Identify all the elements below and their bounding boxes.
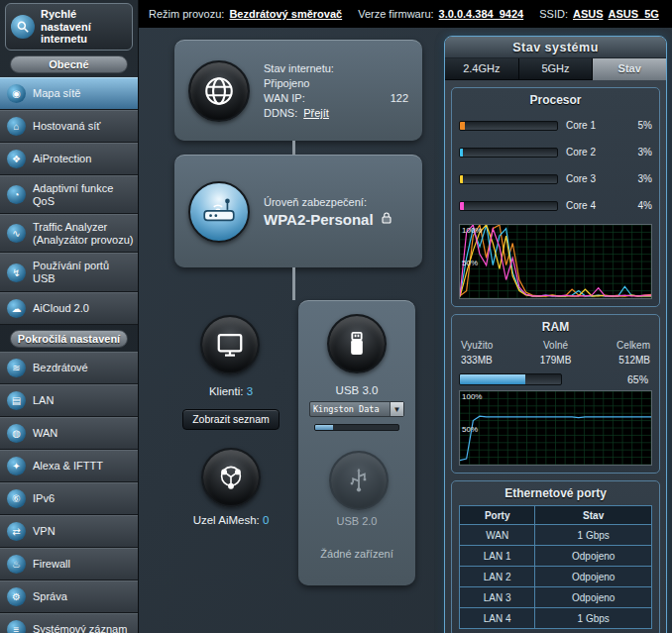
ram-section: RAM Využito333MBVolné179MBCelkem512MB 65… [451, 314, 660, 474]
cpu-core-row: Core 33% [459, 165, 652, 192]
qos-icon: ◔ [7, 185, 26, 204]
ethernet-row: LAN 3Odpojeno [460, 587, 652, 608]
ethernet-cell: LAN 2 [460, 567, 535, 587]
clients-value[interactable]: 3 [247, 385, 253, 397]
ram-usage-graph: 100% 50% [459, 390, 652, 466]
sidebar-item-label: Bezdrátové [33, 362, 88, 374]
security-level-value: WPA2-Personal [264, 211, 374, 228]
ram-stat-label: Volné [524, 339, 588, 354]
wan-ip-value: 122 [391, 92, 408, 104]
sidebar-item-system-log[interactable]: ≡Systémový záznam [0, 613, 138, 633]
usb2-title: USB 2.0 [298, 515, 415, 527]
cpu-core-bar [459, 121, 558, 131]
guest-network-icon: ⌂ [7, 117, 26, 136]
sidebar-item-ipv6[interactable]: ⑥IPv6 [0, 482, 138, 515]
clients-label: Klienti: [209, 385, 244, 397]
router-icon[interactable] [188, 181, 250, 243]
usb2-icon[interactable] [329, 451, 389, 510]
operation-mode-label: Režim provozu: [149, 8, 224, 20]
usb-device-dropdown[interactable]: Kingston Data ▼ [309, 401, 404, 417]
sidebar-item-label: Hostovaná síť [33, 120, 100, 133]
cpu-core-value: 3% [614, 147, 652, 158]
graph-50-label: 50% [462, 260, 478, 267]
sidebar-item-guest-network[interactable]: ⌂Hostovaná síť [0, 110, 138, 143]
ram-usage-row: 65% [459, 373, 652, 385]
view-client-list-button[interactable]: Zobrazit seznam [182, 409, 280, 430]
internet-status-value: Připojeno [264, 77, 408, 89]
ddns-go-link[interactable]: Přejít [303, 107, 329, 119]
sidebar-item-label: Traffic Analyzer (Analyzátor provozu) [33, 221, 134, 246]
ethernet-cell: Odpojeno [535, 546, 652, 567]
ram-stat-value: 179MB [524, 354, 588, 369]
sidebar-item-vpn[interactable]: ⇄VPN [0, 515, 138, 548]
usb-device-name: Kingston Data [310, 404, 390, 414]
cpu-core-row: Core 44% [459, 192, 652, 219]
internet-status-card[interactable]: Stav internetu: Připojeno WAN IP: 122 DD… [174, 40, 422, 141]
tab-5ghz[interactable]: 5GHz [519, 58, 594, 80]
ethernet-cell: WAN [460, 525, 535, 546]
sidebar-item-lan[interactable]: ▤LAN [0, 384, 138, 417]
sidebar-item-wan[interactable]: ◍WAN [0, 417, 138, 450]
sidebar-item-adaptive-qos[interactable]: ◔Adaptivní funkce QoS [0, 175, 138, 214]
sidebar-item-traffic-analyzer[interactable]: ∿Traffic Analyzer (Analyzátor provozu) [0, 214, 138, 253]
aimesh-value[interactable]: 0 [263, 514, 269, 526]
sidebar-item-aicloud[interactable]: ☁AiCloud 2.0 [0, 292, 138, 325]
globe-icon[interactable] [188, 60, 250, 122]
operation-mode-link[interactable]: Bezdrátový směrovač [229, 8, 342, 20]
quick-internet-setup-button[interactable]: Rychlé nastavení internetu [5, 3, 133, 51]
ssid-24ghz-link[interactable]: ASUS [573, 8, 604, 20]
graph-100-label: 100% [462, 393, 482, 401]
cpu-core-label: Core 4 [566, 200, 606, 211]
syslog-icon: ≡ [7, 620, 26, 633]
sidebar-item-usb-application[interactable]: ↯Používání portů USB [0, 253, 138, 291]
tab-2-4ghz[interactable]: 2.4GHz [445, 58, 519, 80]
security-card[interactable]: Úroveň zabezpečení: WPA2-Personal [174, 155, 422, 267]
ethernet-cell: 1 Gbps [535, 525, 652, 546]
sidebar-item-label: Správa [33, 590, 67, 603]
ssid-label: SSID: [539, 8, 568, 20]
aimesh-count: Uzel AiMesh: 0 [149, 514, 313, 526]
firmware-version-link[interactable]: 3.0.0.4.384_9424 [439, 8, 524, 20]
cpu-core-value: 5% [614, 120, 652, 131]
sidebar-item-network-map[interactable]: ◉Mapa sítě [0, 77, 138, 110]
ssid-5ghz-link[interactable]: ASUS_5G [609, 8, 659, 20]
sidebar-item-label: Alexa & IFTTT [33, 460, 103, 473]
sidebar-section-header: Obecné [10, 55, 128, 73]
band-tabs: 2.4GHz5GHzStav [445, 58, 666, 80]
sidebar-item-label: Mapa sítě [33, 87, 80, 100]
clients-icon[interactable] [200, 315, 260, 374]
sidebar-item-firewall[interactable]: ♨Firewall [0, 548, 138, 580]
ethernet-cell: Odpojeno [535, 587, 652, 608]
lan-icon: ▤ [7, 391, 26, 410]
dropdown-arrow-icon[interactable]: ▼ [390, 402, 403, 416]
ethernet-header-cell: Stav [535, 506, 652, 525]
cpu-core-bar [459, 201, 558, 211]
sidebar-item-label: WAN [33, 427, 57, 440]
ethernet-cell: LAN 1 [460, 546, 535, 567]
aimesh-icon[interactable] [201, 448, 261, 507]
ram-usage-bar [459, 373, 562, 385]
connector-line-bottom [292, 267, 295, 300]
sidebar-item-label: LAN [33, 394, 54, 407]
cpu-core-label: Core 3 [566, 173, 606, 184]
ethernet-title: Ethernetové porty [459, 486, 652, 500]
tab-status[interactable]: Stav [593, 58, 666, 80]
ddns-label: DDNS: [264, 107, 297, 119]
ram-stat-value: 512MB [587, 354, 650, 369]
ram-stat-label: Využito [461, 339, 524, 354]
sidebar-item-label: Používání portů USB [33, 260, 134, 284]
sidebar-item-administration[interactable]: ⚙Správa [0, 580, 138, 613]
cpu-core-bar-fill [460, 122, 465, 130]
quick-internet-setup-label: Rychlé nastavení internetu [41, 8, 127, 46]
ethernet-cell: Odpojeno [535, 567, 652, 587]
sidebar-item-aiprotection[interactable]: ❖AiProtection [0, 143, 138, 175]
sidebar-item-wireless[interactable]: ≋Bezdrátové [0, 352, 138, 384]
ethernet-cell: LAN 4 [460, 608, 535, 629]
wireless-icon: ≋ [7, 359, 26, 377]
sidebar-item-alexa-ifttt[interactable]: ✦Alexa & IFTTT [0, 450, 138, 482]
usb3-icon[interactable] [327, 314, 387, 373]
sidebar-item-label: Adaptivní funkce QoS [33, 182, 134, 207]
firmware-version: Verze firmwaru: 3.0.0.4.384_9424 [358, 8, 523, 20]
ipv6-icon: ⑥ [7, 489, 26, 508]
ram-stat-label: Celkem [587, 339, 650, 354]
